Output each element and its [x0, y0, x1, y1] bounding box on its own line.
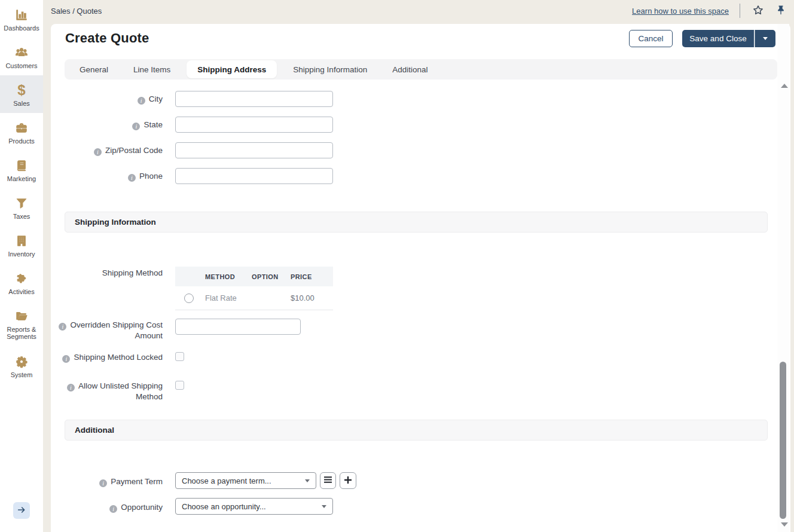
tab-shipping-information[interactable]: Shipping Information: [284, 61, 376, 78]
method-column-header: METHOD: [205, 273, 252, 280]
allow-unlisted-shipping-method-label: iAllow Unlisted Shipping Method: [51, 381, 163, 402]
payment-term-list-button[interactable]: [320, 472, 336, 489]
payment-term-select[interactable]: Choose a payment term...: [175, 472, 316, 489]
sidebar-item-label: Taxes: [13, 213, 30, 220]
shipping-method-table: METHOD OPTION PRICE Flat Rate $10.00: [175, 267, 333, 310]
page-gutter: [790, 24, 794, 532]
opportunity-placeholder: Choose an opportunity...: [182, 502, 266, 511]
sidebar-item-system[interactable]: System: [0, 347, 43, 384]
plus-icon: [344, 476, 352, 486]
shipping-information-section-header: Shipping Information: [65, 212, 768, 233]
cancel-button[interactable]: Cancel: [629, 30, 673, 47]
folder-icon: [14, 309, 29, 323]
building-icon: [14, 234, 29, 248]
sidebar-item-label: Dashboards: [4, 25, 39, 32]
add-payment-term-button[interactable]: [340, 472, 356, 489]
shipping-method-label: Shipping Method: [51, 268, 163, 279]
tab-general[interactable]: General: [71, 61, 117, 78]
sidebar-expand-button[interactable]: [13, 502, 30, 519]
puzzle-icon: [14, 271, 29, 286]
sidebar-item-activities[interactable]: Activities: [0, 264, 43, 301]
info-icon: i: [94, 148, 102, 156]
briefcase-icon: [14, 121, 29, 135]
info-icon: i: [128, 174, 136, 182]
opportunity-label: iOpportunity: [51, 502, 163, 513]
shipping-method-table-header: METHOD OPTION PRICE: [175, 267, 333, 286]
arrow-right-icon: [17, 505, 26, 516]
sidebar-item-label: Inventory: [8, 250, 35, 258]
sidebar-item-reports-segments[interactable]: Reports & Segments: [0, 301, 43, 347]
sidebar-item-label: Marketing: [7, 175, 36, 182]
breadcrumb: Sales / Quotes: [51, 7, 102, 16]
caret-down-icon: [305, 479, 310, 482]
top-bar-actions: Learn how to use this space: [632, 0, 788, 22]
info-icon: i: [132, 123, 140, 130]
save-and-close-button[interactable]: Save and Close: [682, 30, 754, 47]
sidebar-item-label: Sales: [13, 100, 30, 107]
sidebar-item-dashboards[interactable]: Dashboards: [0, 0, 43, 38]
shipping-method-locked-label: iShipping Method Locked: [51, 352, 163, 363]
sidebar-item-taxes[interactable]: Taxes: [0, 188, 43, 226]
form-tabs: General Line Items Shipping Address Ship…: [65, 59, 777, 80]
phone-label: iPhone: [51, 171, 163, 182]
book-icon: [14, 158, 29, 173]
divider: [740, 4, 740, 18]
gear-icon: [14, 354, 29, 369]
pin-button[interactable]: [774, 4, 788, 18]
people-icon: [14, 45, 29, 60]
sidebar-item-products[interactable]: Products: [0, 113, 43, 151]
zip-postal-code-input[interactable]: [175, 142, 333, 158]
sidebar: Dashboards Customers $ Sales Products Ma…: [0, 0, 43, 532]
price-cell: $10.00: [291, 293, 333, 302]
tab-shipping-address[interactable]: Shipping Address: [187, 60, 277, 78]
opportunity-select[interactable]: Choose an opportunity...: [175, 498, 333, 515]
favorite-button[interactable]: [751, 4, 765, 18]
method-cell: Flat Rate: [205, 293, 252, 302]
info-icon: i: [67, 384, 75, 392]
flat-rate-radio[interactable]: [184, 293, 194, 303]
price-column-header: PRICE: [291, 273, 333, 280]
sidebar-item-customers[interactable]: Customers: [0, 38, 43, 75]
overridden-shipping-cost-label: iOverridden Shipping Cost Amount: [51, 320, 163, 341]
info-icon: i: [59, 323, 66, 331]
sidebar-item-label: Products: [8, 137, 34, 145]
hamburger-icon: [323, 476, 332, 485]
table-row: Flat Rate $10.00: [175, 286, 333, 310]
city-input[interactable]: [175, 91, 333, 107]
overridden-shipping-cost-input[interactable]: [175, 319, 301, 335]
scrollbar-thumb[interactable]: [780, 362, 786, 519]
pin-icon: [775, 5, 786, 17]
caret-down-icon: [322, 505, 326, 508]
bar-chart-icon: [14, 8, 29, 22]
payment-term-label: iPayment Term: [51, 476, 163, 487]
state-label: iState: [51, 120, 163, 130]
tab-additional[interactable]: Additional: [383, 61, 436, 78]
tab-line-items[interactable]: Line Items: [124, 61, 179, 78]
dollar-icon: $: [14, 83, 29, 97]
option-column-header: OPTION: [252, 273, 291, 280]
content-card: Create Quote Cancel Save and Close Gener…: [51, 24, 790, 532]
city-label: iCity: [51, 94, 163, 105]
phone-input[interactable]: [175, 168, 333, 184]
state-input[interactable]: [175, 117, 333, 133]
scrollbar-down-arrow[interactable]: [781, 522, 788, 527]
sidebar-item-label: System: [11, 371, 33, 378]
info-icon: i: [109, 505, 117, 513]
sidebar-item-inventory[interactable]: Inventory: [0, 226, 43, 264]
sidebar-item-sales[interactable]: $ Sales: [0, 75, 43, 113]
allow-unlisted-shipping-method-checkbox[interactable]: [175, 381, 184, 390]
scrollbar-up-arrow[interactable]: [781, 84, 788, 88]
help-link[interactable]: Learn how to use this space: [632, 7, 729, 16]
sidebar-item-label: Reports & Segments: [0, 326, 43, 340]
star-icon: [752, 4, 764, 18]
caret-down-icon: [763, 37, 768, 40]
top-bar: Sales / Quotes Learn how to use this spa…: [43, 0, 794, 24]
shipping-method-locked-checkbox[interactable]: [175, 352, 184, 361]
info-icon: i: [62, 355, 70, 363]
sidebar-item-label: Customers: [5, 62, 37, 69]
zip-postal-code-label: iZip/Postal Code: [51, 145, 163, 156]
info-icon: i: [99, 479, 107, 487]
save-options-dropdown-button[interactable]: [755, 30, 775, 47]
sidebar-item-marketing[interactable]: Marketing: [0, 151, 43, 188]
sidebar-item-label: Activities: [8, 288, 34, 295]
